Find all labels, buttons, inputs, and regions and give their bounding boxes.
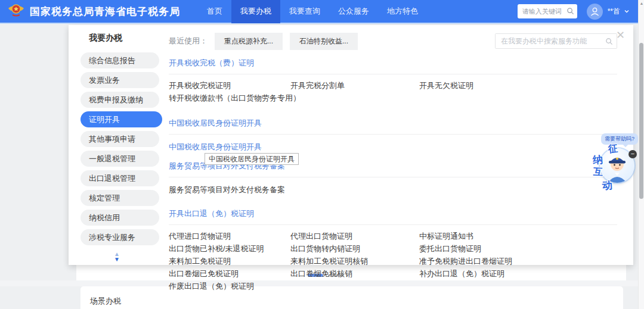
- page: 国家税务总局青海省电子税务局 首页 我要办税 我要查询 公众服务 地方特色: [0, 0, 644, 309]
- recently-used-label: 最近使用：: [169, 36, 208, 46]
- search-icon[interactable]: [566, 7, 574, 15]
- service-link[interactable]: 出口卷烟已免税证明: [169, 267, 290, 280]
- service-link[interactable]: 转开税收缴款书（出口货物劳务专用）: [169, 92, 290, 104]
- section-export-refund-certificate: 开具出口退（免）税证明 代理进口货物证明 代理出口货物证明 中标证明通知书 出口…: [169, 208, 617, 292]
- sidebar-item-declaration-payment[interactable]: 税费申报及缴纳: [80, 92, 159, 108]
- service-link[interactable]: 中标证明通知书: [419, 230, 617, 242]
- service-link[interactable]: 代理进口货物证明: [169, 230, 290, 242]
- assistant-widget: 需要帮助吗? 征 纳 互 动 −: [592, 133, 639, 196]
- assistant-char: 征: [608, 142, 618, 156]
- scroll-down-icon[interactable]: ▼: [80, 257, 153, 262]
- sidebar-item-tax-credit[interactable]: 纳税信用: [80, 210, 159, 226]
- tax-emblem-logo: [7, 2, 25, 20]
- nav-item-public-service[interactable]: 公众服务: [329, 0, 378, 23]
- recent-button-key-tax-source[interactable]: 重点税源补充...: [215, 33, 283, 50]
- service-link[interactable]: 补办出口退（免）税证明: [419, 267, 617, 280]
- service-link[interactable]: 开具税收完税证明: [169, 79, 290, 92]
- top-header: 国家税务总局青海省电子税务局 首页 我要办税 我要查询 公众服务 地方特色: [0, 0, 644, 24]
- service-link[interactable]: 服务贸易等项目对外支付税务备案: [169, 183, 617, 196]
- assistant-char: 互: [593, 166, 603, 179]
- section-items: 代理进口货物证明 代理出口货物证明 中标证明通知书 出口货物已补税/未退税证明 …: [169, 230, 617, 292]
- section-service-trade-filing: 服务贸易等项目对外支付税务备案 服务贸易等项目对外支付税务备案: [169, 161, 617, 196]
- nav-item-inquiry[interactable]: 我要查询: [280, 0, 329, 23]
- site-title: 国家税务总局青海省电子税务局: [30, 5, 180, 18]
- scrollbar-thumb[interactable]: [639, 43, 643, 199]
- sidebar-item-comprehensive-info[interactable]: 综合信息报告: [80, 52, 159, 68]
- tax-services-panel: ✕ 我要办税 综合信息报告 发票业务 税费申报及缴纳 证明开具 其他事项申请 一…: [69, 25, 633, 265]
- section-title[interactable]: 中国税收居民身份证明开具: [169, 118, 617, 135]
- service-link[interactable]: 代理出口货物证明: [290, 230, 419, 242]
- assistant-char: 动: [602, 179, 612, 193]
- scrollbar: ▲: [638, 0, 644, 309]
- service-link[interactable]: 来料加工免税证明: [169, 255, 290, 267]
- nav-item-local-features[interactable]: 地方特色: [378, 0, 427, 23]
- scrollbar-up-icon[interactable]: ▲: [639, 1, 644, 5]
- nav-item-tax-handling[interactable]: 我要办税: [231, 0, 280, 23]
- nav-item-home[interactable]: 首页: [198, 0, 231, 23]
- service-link[interactable]: 出口卷烟免税核销: [290, 267, 419, 280]
- service-link[interactable]: 出口货物已补税/未退税证明: [169, 242, 290, 255]
- assistant-char: 纳: [592, 152, 603, 167]
- service-link[interactable]: 准予免税购进出口卷烟证明: [419, 255, 617, 267]
- header-search-box: [518, 4, 577, 18]
- sidebar: 我要办税 综合信息报告 发票业务 税费申报及缴纳 证明开具 其他事项申请 一般退…: [80, 33, 159, 262]
- service-link[interactable]: 开具无欠税证明: [419, 79, 617, 92]
- recent-button-oil-special-income[interactable]: 石油特别收益...: [290, 33, 358, 50]
- section-title[interactable]: 开具税收完税（费）证明: [169, 58, 617, 74]
- username[interactable]: **首: [608, 7, 620, 17]
- service-link[interactable]: 作废出口退（免）税证明: [169, 280, 290, 292]
- section-items: 服务贸易等项目对外支付税务备案: [169, 183, 617, 196]
- content-area: 最近使用： 重点税源补充... 石油特别收益... 开具税收完税（费）证明 开具…: [169, 33, 617, 292]
- chevron-down-icon[interactable]: [624, 8, 630, 14]
- service-link[interactable]: 开具完税分割单: [290, 79, 419, 92]
- main-nav: 首页 我要办税 我要查询 公众服务 地方特色: [198, 0, 427, 23]
- sidebar-title: 我要办税: [80, 33, 159, 43]
- sidebar-item-certificate-issue[interactable]: 证明开具: [80, 111, 162, 127]
- hover-tooltip: 中国税收居民身份证明开具: [205, 153, 299, 165]
- service-link[interactable]: 委托出口货物证明: [419, 242, 617, 255]
- content-search-input[interactable]: [496, 34, 617, 48]
- assistant-minimize-button[interactable]: −: [628, 150, 637, 158]
- section-title[interactable]: 开具出口退（免）税证明: [169, 208, 617, 225]
- section-tax-payment-certificate: 开具税收完税（费）证明 开具税收完税证明 开具完税分割单 开具无欠税证明 转开税…: [169, 58, 617, 104]
- sidebar-item-invoice[interactable]: 发票业务: [80, 72, 159, 88]
- search-icon[interactable]: [605, 38, 613, 45]
- section-items: 开具税收完税证明 开具完税分割单 开具无欠税证明 转开税收缴款书（出口货物劳务专…: [169, 79, 617, 104]
- user-avatar-icon[interactable]: [587, 4, 603, 20]
- header-right: **首: [518, 4, 644, 20]
- service-link[interactable]: 来料加工免税证明核销: [290, 255, 419, 267]
- sidebar-scroll-arrows: ▲ ▼: [80, 251, 153, 262]
- sidebar-item-assessment[interactable]: 核定管理: [80, 190, 159, 206]
- sidebar-item-export-refund[interactable]: 出口退税管理: [80, 170, 159, 186]
- assistant-bubble: 需要帮助吗?: [601, 133, 638, 145]
- content-topbar: 最近使用： 重点税源补充... 石油特别收益...: [169, 33, 617, 49]
- service-link[interactable]: 出口货物转内销证明: [290, 242, 419, 255]
- section-china-tax-resident-certificate: 中国税收居民身份证明开具 中国税收居民身份证明开具 中国税收居民身份证明开具: [169, 118, 617, 153]
- section-items: 中国税收居民身份证明开具 中国税收居民身份证明开具: [169, 141, 617, 153]
- service-link-hovered[interactable]: 中国税收居民身份证明开具: [169, 141, 617, 153]
- content-search-box: [495, 33, 617, 49]
- sidebar-item-professional-service[interactable]: 涉税专业服务: [80, 229, 159, 245]
- sidebar-item-general-refund[interactable]: 一般退税管理: [80, 151, 159, 167]
- close-icon[interactable]: ✕: [616, 30, 625, 40]
- sidebar-item-other-matters[interactable]: 其他事项申请: [80, 131, 159, 147]
